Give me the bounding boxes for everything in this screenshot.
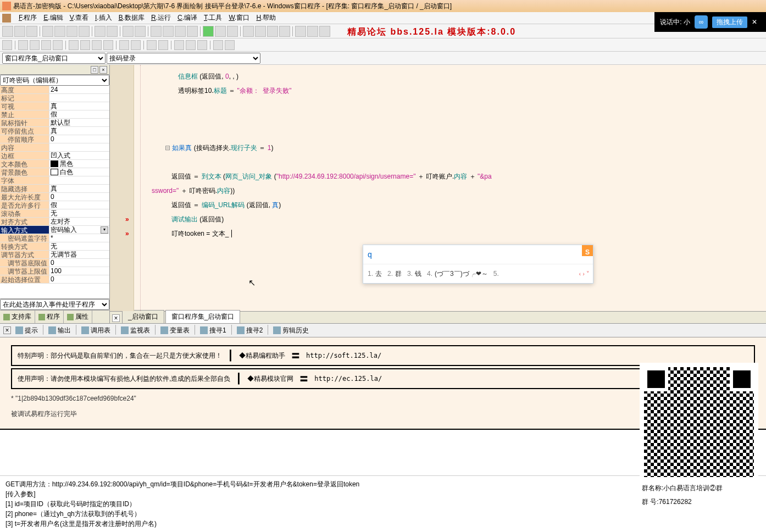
ime-popup[interactable]: S q 1.去2.群3.钱4.(づ￣3￣)づ╭❤～5. ‹ › ˅ <box>363 245 593 284</box>
tb2-1[interactable] <box>2 40 12 50</box>
proc-select[interactable]: 接码登录 <box>107 53 260 64</box>
bottom-tab-6[interactable]: 搜寻2 <box>234 325 267 336</box>
tb2-12[interactable] <box>147 40 157 50</box>
prop-row[interactable]: 背景颜色白色 <box>0 168 109 176</box>
prop-row[interactable]: 字体 <box>0 176 109 185</box>
dropdown-icon[interactable]: ▾ <box>101 226 108 234</box>
tb-step2[interactable] <box>255 26 266 37</box>
prop-row[interactable]: 可停留焦点真 <box>0 127 109 135</box>
bottom-tab-5[interactable]: 搜寻1 <box>197 325 230 336</box>
prop-row[interactable]: 可视真 <box>0 102 109 110</box>
tb-help[interactable] <box>319 26 330 37</box>
ime-candidates[interactable]: 1.去2.群3.钱4.(づ￣3￣)づ╭❤～5. <box>363 264 593 283</box>
tb2-9[interactable] <box>103 40 113 50</box>
component-select[interactable]: 叮咚密码（编辑框） <box>0 75 109 86</box>
tb-step3[interactable] <box>267 26 278 37</box>
tb2-6[interactable] <box>69 40 79 50</box>
tb-bm2[interactable] <box>163 26 174 37</box>
tb-stop[interactable] <box>215 26 226 37</box>
tb2-7[interactable] <box>80 40 90 50</box>
menu-C.编译[interactable]: C.编译 <box>174 14 201 21</box>
tb2-4[interactable] <box>41 40 51 50</box>
prop-row[interactable]: 滚动条无 <box>0 209 109 218</box>
prop-row[interactable]: 调节器方式无调节器 <box>0 251 109 259</box>
lp-tab-1[interactable]: 程序 <box>35 311 64 323</box>
menu-I.插入[interactable]: I.插入 <box>92 14 115 21</box>
tb-open[interactable] <box>14 26 25 37</box>
tb-find2[interactable] <box>135 26 146 37</box>
prop-row[interactable]: 调节器底限值0 <box>0 259 109 267</box>
prop-row[interactable]: 起始选择位置0 <box>0 275 109 284</box>
tb2-14[interactable] <box>174 40 184 50</box>
tb-new[interactable] <box>2 26 13 37</box>
tb-pause[interactable] <box>227 26 238 37</box>
tb-cut[interactable] <box>42 26 53 37</box>
ime-nav-icon[interactable]: ‹ › ˅ <box>579 267 590 281</box>
tb-paste[interactable] <box>66 26 77 37</box>
tb2-15[interactable] <box>186 40 196 50</box>
prop-row[interactable]: 密码遮盖字符* <box>0 234 109 242</box>
lp-tab-2[interactable]: 属性 <box>64 311 92 323</box>
prop-row[interactable]: 转换方式无 <box>0 242 109 251</box>
menu-T.工具[interactable]: T.工具 <box>201 14 225 21</box>
tab-close-icon[interactable]: × <box>112 314 120 322</box>
prop-row[interactable]: 边框凹入式 <box>0 152 109 160</box>
tb-a[interactable] <box>295 26 306 37</box>
bottom-tab-3[interactable]: 监视表 <box>118 325 153 336</box>
prop-row[interactable]: 调节器上限值100 <box>0 267 109 275</box>
prop-row[interactable]: 对齐方式左对齐 <box>0 218 109 226</box>
tb-redo[interactable] <box>107 26 118 37</box>
tb-b[interactable] <box>307 26 318 37</box>
menu-H.帮助[interactable]: H.帮助 <box>253 14 279 21</box>
prop-row[interactable]: 文本颜色黑色 <box>0 160 109 168</box>
tb-find[interactable] <box>123 26 134 37</box>
prop-row[interactable]: 停留顺序0 <box>0 135 109 143</box>
tb-copy[interactable] <box>54 26 65 37</box>
tb-run[interactable] <box>203 26 214 37</box>
tab-window-procset[interactable]: 窗口程序集_启动窗口 <box>165 310 241 323</box>
tb2-5[interactable] <box>53 40 63 50</box>
tb2-8[interactable] <box>92 40 102 50</box>
tb-step4[interactable] <box>279 26 290 37</box>
tb-step1[interactable] <box>243 26 254 37</box>
bottom-tab-0[interactable]: 提示 <box>12 325 41 336</box>
tab-startup-window[interactable]: _启动窗口 <box>122 310 164 323</box>
tb2-3[interactable] <box>30 40 40 50</box>
tb-bm3[interactable] <box>175 26 186 37</box>
lp-close-icon[interactable]: × <box>99 66 107 74</box>
tb-bm1[interactable] <box>151 26 162 37</box>
cloud-icon[interactable]: ∞ <box>695 15 708 29</box>
menu-F.程序[interactable]: F.程序 <box>15 14 40 21</box>
tb-del[interactable] <box>79 26 90 37</box>
tb-save[interactable] <box>26 26 37 37</box>
prop-row[interactable]: 鼠标指针默认型 <box>0 119 109 127</box>
prop-row[interactable]: 内容 <box>0 143 109 152</box>
module-select[interactable]: 窗口程序集_启动窗口 <box>2 53 106 64</box>
tb2-18[interactable] <box>225 40 235 50</box>
prop-row[interactable]: 最大允许长度0 <box>0 193 109 201</box>
lp-pin-icon[interactable]: □ <box>91 66 98 74</box>
menu-E.编辑[interactable]: E.编辑 <box>40 14 66 21</box>
tb2-11[interactable] <box>131 40 141 50</box>
prop-row[interactable]: 输入方式密码输入▾ <box>0 226 109 234</box>
upload-button[interactable]: 拖拽上传 <box>712 16 747 28</box>
prop-row[interactable]: 高度24 <box>0 86 109 94</box>
tb2-17[interactable] <box>213 40 223 50</box>
overlay-close-icon[interactable]: ✕ <box>752 18 761 26</box>
tb-bm4[interactable] <box>187 26 198 37</box>
tb2-13[interactable] <box>158 40 168 50</box>
prop-row[interactable]: 标记 <box>0 94 109 102</box>
menu-B.数据库[interactable]: B.数据库 <box>115 14 148 21</box>
tb2-16[interactable] <box>197 40 207 50</box>
bottom-tab-7[interactable]: 剪辑历史 <box>270 325 312 336</box>
bottom-tab-4[interactable]: 变量表 <box>157 325 193 336</box>
tb2-2[interactable] <box>18 40 28 50</box>
tb-undo[interactable] <box>95 26 106 37</box>
menu-V.查看[interactable]: V.查看 <box>66 14 92 21</box>
menu-W.窗口[interactable]: W.窗口 <box>225 14 253 21</box>
menu-R.运行[interactable]: R.运行 <box>148 14 174 21</box>
bottom-tab-2[interactable]: 调用表 <box>78 325 114 336</box>
lp-tab-0[interactable]: 支持库 <box>0 311 35 323</box>
prop-row[interactable]: 禁止假 <box>0 110 109 119</box>
prop-row[interactable]: 是否允许多行假 <box>0 201 109 209</box>
